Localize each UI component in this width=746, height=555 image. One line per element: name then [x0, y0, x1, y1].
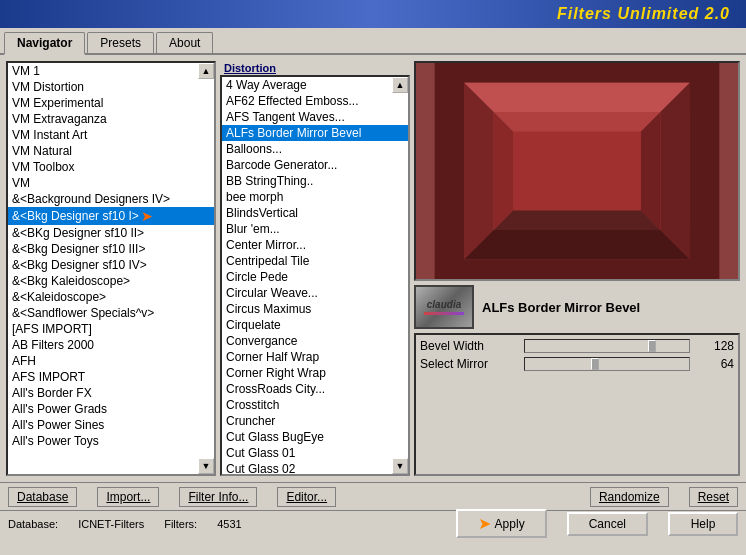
- filter-list-item[interactable]: BlindsVertical: [222, 205, 408, 221]
- logo-text: claudia: [427, 299, 461, 310]
- category-item[interactable]: AB Filters 2000: [8, 337, 214, 353]
- filter-list-item[interactable]: Cut Glass 02: [222, 461, 408, 476]
- category-item[interactable]: &<Bkg Designer sf10 IV>: [8, 257, 214, 273]
- scroll-down-left[interactable]: ▼: [198, 458, 214, 474]
- filter-list-item[interactable]: 4 Way Average: [222, 77, 408, 93]
- import-btn[interactable]: Import...: [97, 487, 159, 507]
- filters-value: 4531: [217, 518, 241, 530]
- filter-name: ALFs Border Mirror Bevel: [482, 300, 640, 315]
- bottom-toolbar: Database Import... Filter Info... Editor…: [0, 482, 746, 510]
- scroll-up-middle[interactable]: ▲: [392, 77, 408, 93]
- svg-marker-4: [464, 83, 493, 260]
- cancel-button[interactable]: Cancel: [567, 512, 648, 536]
- filters-label: Filters:: [164, 518, 197, 530]
- filter-list[interactable]: 4 Way AverageAF62 Effected Emboss...AFS …: [222, 77, 408, 476]
- scroll-up-left[interactable]: ▲: [198, 63, 214, 79]
- category-item[interactable]: All's Power Toys: [8, 433, 214, 449]
- filter-list-container: 4 Way AverageAF62 Effected Emboss...AFS …: [220, 75, 410, 476]
- param-row: Bevel Width128: [420, 339, 734, 353]
- category-item[interactable]: &<Bkg Designer sf10 III>: [8, 241, 214, 257]
- filter-list-item[interactable]: Corner Half Wrap: [222, 349, 408, 365]
- category-item[interactable]: VM Instant Art: [8, 127, 214, 143]
- svg-marker-2: [464, 83, 690, 112]
- apply-arrow-icon: ➤: [478, 514, 491, 533]
- category-item[interactable]: VM: [8, 175, 214, 191]
- category-item[interactable]: VM Natural: [8, 143, 214, 159]
- filter-list-item[interactable]: Balloons...: [222, 141, 408, 157]
- preview-svg: [416, 63, 738, 279]
- filter-list-item[interactable]: Cirquelate: [222, 317, 408, 333]
- filter-list-item[interactable]: BB StringThing..: [222, 173, 408, 189]
- param-slider-thumb[interactable]: [648, 340, 656, 352]
- category-item[interactable]: &<BKg Designer sf10 II>: [8, 225, 214, 241]
- filter-logo: claudia: [414, 285, 474, 329]
- category-item[interactable]: &<Bkg Designer sf10 I> ➤: [8, 207, 214, 225]
- filter-list-item[interactable]: bee morph: [222, 189, 408, 205]
- filter-list-item[interactable]: Circle Pede: [222, 269, 408, 285]
- filter-list-item[interactable]: AF62 Effected Emboss...: [222, 93, 408, 109]
- filter-list-item[interactable]: Circular Weave...: [222, 285, 408, 301]
- param-slider-thumb[interactable]: [591, 358, 599, 370]
- category-item[interactable]: VM 1: [8, 63, 214, 79]
- param-label: Bevel Width: [420, 339, 520, 353]
- filter-list-item[interactable]: Barcode Generator...: [222, 157, 408, 173]
- svg-marker-10: [641, 112, 661, 230]
- category-item[interactable]: All's Power Sines: [8, 417, 214, 433]
- param-row: Select Mirror64: [420, 357, 734, 371]
- category-item[interactable]: VM Experimental: [8, 95, 214, 111]
- filter-list-item[interactable]: Centripedal Tile: [222, 253, 408, 269]
- category-list[interactable]: VM 1VM DistortionVM ExperimentalVM Extra…: [8, 63, 214, 474]
- reset-btn[interactable]: Reset: [689, 487, 738, 507]
- category-item[interactable]: All's Power Grads: [8, 401, 214, 417]
- category-item[interactable]: VM Distortion: [8, 79, 214, 95]
- filter-list-item[interactable]: Convergance: [222, 333, 408, 349]
- category-item[interactable]: &<Background Designers IV>: [8, 191, 214, 207]
- category-item[interactable]: [AFS IMPORT]: [8, 321, 214, 337]
- filter-list-item[interactable]: CrossRoads City...: [222, 381, 408, 397]
- filter-list-item[interactable]: Corner Right Wrap: [222, 365, 408, 381]
- svg-rect-11: [513, 132, 641, 211]
- category-item[interactable]: VM Toolbox: [8, 159, 214, 175]
- distortion-label[interactable]: Distortion: [220, 61, 410, 75]
- scroll-down-middle[interactable]: ▼: [392, 458, 408, 474]
- params-area: Bevel Width128Select Mirror64: [414, 333, 740, 476]
- param-label: Select Mirror: [420, 357, 520, 371]
- param-value: 64: [694, 357, 734, 371]
- main-content: VM 1VM DistortionVM ExperimentalVM Extra…: [0, 55, 746, 482]
- randomize-btn[interactable]: Randomize: [590, 487, 669, 507]
- apply-button[interactable]: ➤ Apply: [456, 509, 547, 538]
- status-bar: Database: ICNET-Filters Filters: 4531 ➤ …: [0, 510, 746, 536]
- tab-navigator[interactable]: Navigator: [4, 32, 85, 55]
- param-slider-track[interactable]: [524, 339, 690, 353]
- category-item[interactable]: All's Border FX: [8, 385, 214, 401]
- title-bar: Filters Unlimited 2.0: [0, 0, 746, 28]
- database-btn[interactable]: Database: [8, 487, 77, 507]
- help-button[interactable]: Help: [668, 512, 738, 536]
- category-item[interactable]: AFS IMPORT: [8, 369, 214, 385]
- category-item[interactable]: &<Kaleidoscope>: [8, 289, 214, 305]
- editor-btn[interactable]: Editor...: [277, 487, 336, 507]
- filter-list-item[interactable]: Cut Glass BugEye: [222, 429, 408, 445]
- filter-list-item[interactable]: Cut Glass 01: [222, 445, 408, 461]
- app-title: Filters Unlimited 2.0: [557, 5, 730, 23]
- param-slider-track[interactable]: [524, 357, 690, 371]
- category-item[interactable]: &<Sandflower Specials^v>: [8, 305, 214, 321]
- filter-panel: Distortion 4 Way AverageAF62 Effected Em…: [220, 61, 410, 476]
- category-item[interactable]: AFH: [8, 353, 214, 369]
- filter-info-row: claudia ALFs Border Mirror Bevel: [414, 285, 740, 329]
- filter-list-item[interactable]: ALFs Border Mirror Bevel: [222, 125, 408, 141]
- category-item[interactable]: &<Bkg Kaleidoscope>: [8, 273, 214, 289]
- filter-list-item[interactable]: Blur 'em...: [222, 221, 408, 237]
- right-panel: claudia ALFs Border Mirror Bevel Bevel W…: [414, 61, 740, 476]
- filter-list-item[interactable]: Center Mirror...: [222, 237, 408, 253]
- filter-list-item[interactable]: Circus Maximus: [222, 301, 408, 317]
- filter-list-item[interactable]: Crosstitch: [222, 397, 408, 413]
- tab-about[interactable]: About: [156, 32, 213, 53]
- tab-presets[interactable]: Presets: [87, 32, 154, 53]
- svg-marker-3: [464, 230, 690, 259]
- svg-marker-9: [494, 112, 514, 230]
- category-item[interactable]: VM Extravaganza: [8, 111, 214, 127]
- filter-list-item[interactable]: AFS Tangent Waves...: [222, 109, 408, 125]
- filter-info-btn[interactable]: Filter Info...: [179, 487, 257, 507]
- filter-list-item[interactable]: Cruncher: [222, 413, 408, 429]
